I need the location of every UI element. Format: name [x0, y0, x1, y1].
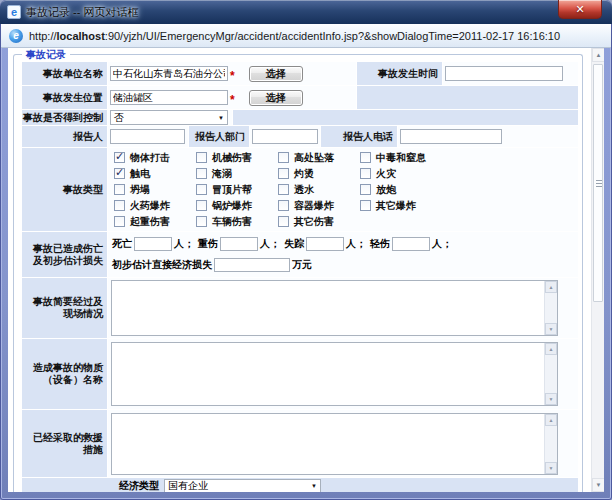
time-label: 事故发生时间	[378, 68, 438, 80]
textarea-scrollbar[interactable]: ▲ ▼	[544, 414, 557, 474]
textarea-scrollbar[interactable]: ▲ ▼	[544, 343, 557, 405]
death-count-input[interactable]	[134, 237, 172, 251]
textarea-scrollbar[interactable]: ▲ ▼	[544, 281, 557, 335]
checkbox[interactable]	[360, 184, 371, 195]
accident-type-item: 物体打击	[114, 151, 196, 165]
location-input[interactable]	[110, 90, 228, 105]
checkbox[interactable]	[360, 200, 371, 211]
fieldset-legend: 事故记录	[22, 48, 70, 62]
scrollbar-thumb[interactable]	[593, 64, 603, 302]
scroll-down-icon[interactable]: ▼	[545, 323, 557, 335]
scroll-up-icon[interactable]: ▲	[592, 48, 604, 62]
accident-record-fieldset: 事故记录 事故单位名称 * 选择 事故发生时间	[13, 54, 583, 492]
checkbox[interactable]	[196, 184, 207, 195]
controlled-value: 否	[114, 111, 124, 125]
reporter-dept-input[interactable]	[252, 129, 318, 144]
reporter-input[interactable]	[110, 129, 185, 144]
scroll-up-icon[interactable]: ▲	[545, 343, 557, 355]
location-label: 事故发生位置	[43, 92, 103, 104]
scrollbar-grip	[596, 183, 602, 184]
row-unit-time: 事故单位名称 * 选择 事故发生时间	[22, 62, 578, 85]
accident-type-item: 放炮	[360, 183, 442, 197]
url-prefix: http://	[29, 30, 57, 42]
location-choose-button[interactable]: 选择	[249, 90, 303, 106]
controlled-select[interactable]: 否 ▼	[110, 110, 228, 125]
url-host: localhost	[57, 30, 105, 42]
rescue-label-line1: 已经采取的救援	[33, 432, 103, 444]
checkbox[interactable]	[196, 168, 207, 179]
checkbox[interactable]	[196, 216, 207, 227]
close-button[interactable]: ✕	[558, 0, 602, 19]
reporter-phone-input[interactable]	[400, 129, 502, 144]
material-label-line1: 造成事故的物质	[33, 362, 103, 374]
row-location: 事故发生位置 * 选择	[22, 86, 578, 109]
serious-count-input[interactable]	[220, 237, 258, 251]
economic-type-label: 经济类型	[22, 479, 162, 492]
scroll-up-icon[interactable]: ▲	[545, 281, 557, 293]
material-textarea[interactable]: ▲ ▼	[111, 342, 558, 406]
accident-type-item: 车辆伤害	[196, 215, 278, 229]
unit-choose-button[interactable]: 选择	[249, 66, 303, 82]
controlled-label: 事故是否得到控制	[23, 112, 103, 124]
economic-loss-unit: 万元	[292, 258, 312, 272]
scroll-down-icon[interactable]: ▼	[592, 478, 604, 492]
accident-type-item: 透水	[278, 183, 360, 197]
scroll-up-icon[interactable]: ▲	[545, 414, 557, 426]
url-text: http://localhost:90/yjzh/UI/EmergencyMgr…	[29, 30, 560, 42]
checkbox[interactable]	[196, 152, 207, 163]
unit-name-label: 事故单位名称	[43, 68, 103, 80]
checkbox[interactable]	[114, 200, 125, 211]
unit-name-input[interactable]	[110, 66, 228, 81]
accident-type-item: 中毒和窒息	[360, 151, 442, 165]
death-label: 死亡	[112, 237, 132, 251]
economic-loss-input[interactable]	[214, 258, 290, 272]
scroll-down-icon[interactable]: ▼	[545, 462, 557, 474]
checkbox[interactable]	[360, 168, 371, 179]
casualty-label-line2: 及初步估计损失	[33, 255, 103, 267]
address-bar: e http://localhost:90/yjzh/UI/EmergencyM…	[1, 24, 611, 48]
page-scrollbar[interactable]: ▲ ▼	[591, 48, 604, 492]
title-bar[interactable]: e 事故记录 -- 网页对话框 ✕	[0, 0, 612, 24]
rescue-textarea[interactable]: ▲ ▼	[111, 413, 558, 475]
checkbox[interactable]	[114, 168, 125, 179]
accident-type-item: 灼烫	[278, 167, 360, 181]
checkbox[interactable]	[278, 168, 289, 179]
checkbox[interactable]	[114, 216, 125, 227]
casualty-label-line1: 事故已造成伤亡	[33, 243, 103, 255]
minor-unit: 人；	[432, 237, 452, 251]
row-material: 造成事故的物质 （设备）名称 ▲ ▼	[22, 339, 578, 409]
empty-cell	[357, 86, 578, 109]
missing-unit: 人；	[346, 237, 366, 251]
missing-label: 失踪	[284, 237, 304, 251]
checkbox[interactable]	[278, 152, 289, 163]
accident-type-item: 其它爆炸	[360, 199, 442, 213]
accident-type-item: 触电	[114, 167, 196, 181]
row-brief: 事故简要经过及 现场情况 ▲ ▼	[22, 278, 578, 338]
chevron-down-icon: ▼	[311, 483, 317, 489]
accident-type-item: 锅炉爆炸	[196, 199, 278, 213]
checkbox[interactable]	[278, 216, 289, 227]
economic-type-select[interactable]: 国有企业 ▼	[164, 479, 321, 493]
rescue-label-line2: 措施	[83, 444, 103, 456]
row-accident-type: 事故类型 物体打击 机械伤害 高处坠落 中毒和窒息 触电 淹溺 灼烫 火灾 坍塌	[22, 148, 578, 231]
checkbox[interactable]	[278, 184, 289, 195]
checkbox[interactable]	[278, 200, 289, 211]
checkbox[interactable]	[360, 152, 371, 163]
checkbox[interactable]	[196, 200, 207, 211]
checkbox[interactable]	[114, 184, 125, 195]
required-asterisk: *	[230, 69, 235, 83]
accident-time-input[interactable]	[445, 66, 563, 81]
economic-type-value: 国有企业	[168, 479, 208, 492]
window-title: 事故记录 -- 网页对话框	[26, 5, 138, 20]
accident-type-item: 火药爆炸	[114, 199, 196, 213]
missing-count-input[interactable]	[306, 237, 344, 251]
brief-textarea[interactable]: ▲ ▼	[111, 280, 558, 336]
accident-type-item: 火灾	[360, 167, 442, 181]
accident-type-item: 容器爆炸	[278, 199, 360, 213]
dialog-content: 事故记录 事故单位名称 * 选择 事故发生时间	[8, 48, 604, 492]
scroll-down-icon[interactable]: ▼	[545, 393, 557, 405]
accident-type-grid: 物体打击 机械伤害 高处坠落 中毒和窒息 触电 淹溺 灼烫 火灾 坍塌 冒顶片帮…	[108, 150, 578, 230]
minor-count-input[interactable]	[392, 237, 430, 251]
economic-loss-line: 初步估计直接经济损失 万元	[110, 255, 578, 276]
checkbox[interactable]	[114, 152, 125, 163]
